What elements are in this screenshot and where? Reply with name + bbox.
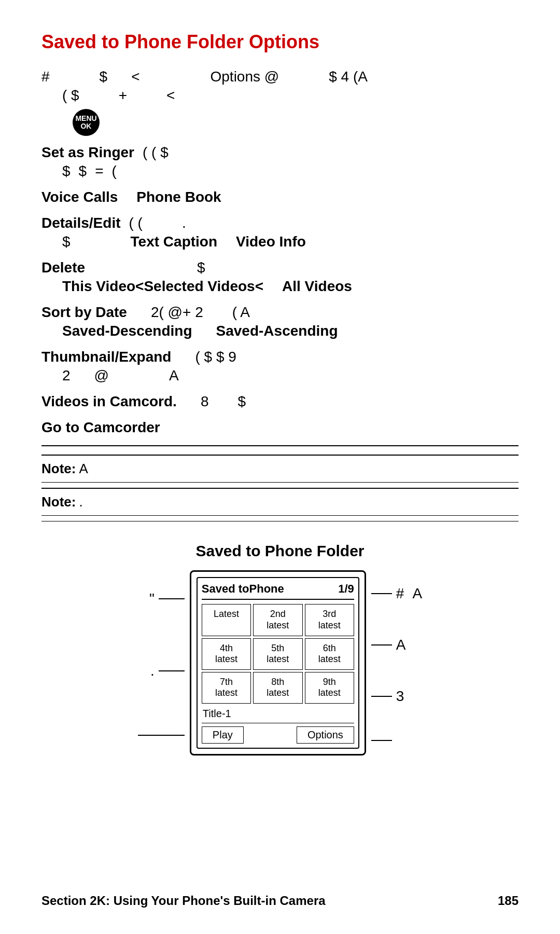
option-thumbnail: Thumbnail/Expand ( $ $ 9 2 @ A [41,349,519,384]
screen-title-bar: Title-1 [202,708,354,720]
ringer-eq: = [95,163,103,180]
thumbnail-line1: ( $ $ 9 [195,349,236,365]
header-dollar4a: $ 4 (A [329,68,368,85]
header-row-1: # $ < Options @ $ 4 (A [41,68,519,85]
divider-1 [41,445,519,446]
menu-ok-area: MENUOK [73,108,519,136]
sort-line1: 2( @+ 2 [151,304,203,321]
diagram-section: Saved to Phone Folder " . [41,542,519,756]
play-button[interactable]: Play [202,726,244,744]
left-label-bottom [138,735,185,736]
sort-subline: Saved-Descending Saved-Ascending [62,323,519,339]
right-label-mid: A [371,637,406,653]
header2-col3: < [166,87,175,104]
right-bot-3: 3 [396,688,404,705]
footer-section: Section 2K: Using Your Phone's Built-in … [41,894,326,908]
option-set-as-ringer: Set as Ringer ( ( $ $ $ = ( [41,144,519,180]
thumbnail-a: A [169,367,179,384]
left-label-dot: . [150,663,185,679]
footer-page-number: 185 [498,894,519,908]
option-label-camcord: Videos in Camcord. [41,393,177,410]
grid-cell-5th: 5thlatest [253,638,302,670]
delete-dollar: $ [197,259,205,276]
header-row-2: ( $ + < [41,87,519,104]
left-dot-text: . [150,663,155,679]
option-label-thumbnail: Thumbnail/Expand [41,349,171,365]
screen-buttons: Play Options [202,723,354,744]
thumbnail-line2: 2 @ A [62,367,519,384]
grid-cell-4th: 4thlatest [202,638,251,670]
option-voice-calls: Voice Calls Phone Book [41,189,519,205]
details-dollar: $ [62,233,71,250]
sort-ascending: Saved-Ascending [216,323,338,339]
option-label-go-camcorder: Go to Camcorder [41,419,160,436]
screen-header-left: Saved toPhone [202,582,284,596]
option-delete: Delete $ This Video<Selected Videos< All… [41,259,519,295]
page-title: Saved to Phone Folder Options [41,31,519,53]
note-1: Note: A [41,455,519,483]
header-dollar: $ [100,68,108,85]
options-button[interactable]: Options [297,726,354,744]
details-videoinfo: Video Info [236,233,306,250]
camcord-dollar: $ [237,393,246,410]
note1-label: Note: [41,461,76,477]
ringer-dollar1: $ [62,163,71,180]
right-hash: # [396,585,404,602]
delete-thisvideo: This Video<Selected Videos< [62,278,263,295]
details-line1: ( ( [129,215,142,231]
details-textcaption: Text Caption [131,233,217,250]
sort-descending: Saved-Descending [62,323,192,339]
option-label-voice: Voice Calls [41,189,118,205]
header-options: Options @ [211,68,279,85]
page-footer: Section 2K: Using Your Phone's Built-in … [41,894,519,908]
grid-cell-9th: 9thlatest [305,672,354,704]
thumbnail-at: @ [94,367,109,384]
diagram-wrapper: " . Saved toPhone 1/9 [41,570,519,756]
menu-ok-button[interactable]: MENUOK [73,109,100,136]
header-lt: < [131,68,139,85]
right-label-bot: 3 [371,688,404,705]
diagram-title: Saved to Phone Folder [195,542,364,560]
left-label-quote: " [149,590,185,607]
ringer-line2: $ $ = ( [62,163,519,180]
grid-cell-7th: 7thlatest [202,672,251,704]
ringer-paren: ( [112,163,117,180]
note-2: Note: . [41,488,519,516]
video-grid: Latest 2ndlatest 3rdlatest 4thlatest 5th… [202,604,354,704]
note2-label: Note: [41,494,76,510]
option-label-delete: Delete [41,259,85,276]
screen-header-right: 1/9 [338,582,354,596]
right-mid-a: A [396,637,406,653]
grid-cell-8th: 8thlatest [253,672,302,704]
option-label-details: Details/Edit [41,215,120,231]
grid-cell-latest: Latest [202,604,251,636]
right-label-top: # A [371,585,422,602]
details-line2: $ Text Caption Video Info [62,233,519,250]
screen-header: Saved toPhone 1/9 [202,582,354,600]
camcord-line1: 8 [201,393,209,410]
delete-subline: This Video<Selected Videos< All Videos [62,278,519,295]
option-details-edit: Details/Edit ( ( . $ Text Caption Video … [41,215,519,250]
option-videos-camcord: Videos in Camcord. 8 $ [41,393,519,410]
grid-cell-2nd: 2ndlatest [253,604,302,636]
phone-screen: Saved toPhone 1/9 Latest 2ndlatest 3rdla… [190,570,366,756]
header2-col1: ( $ [62,87,79,104]
delete-allvideos: All Videos [282,278,352,295]
page-container: Saved to Phone Folder Options # $ < Opti… [0,0,560,797]
note2-text: . [79,494,82,510]
divider-2 [41,521,519,521]
grid-cell-3rd: 3rdlatest [305,604,354,636]
right-label-bottom-line [371,740,396,741]
ringer-line1: ( ( $ [143,144,169,161]
option-label-sort: Sort by Date [41,304,127,321]
right-top-a: A [412,585,422,602]
option-phonebook: Phone Book [136,189,221,205]
option-go-camcorder: Go to Camcorder [41,419,519,436]
header2-col2: + [119,87,127,104]
details-dot: . [182,215,186,231]
option-sort-by-date: Sort by Date 2( @+ 2 ( A Saved-Descendin… [41,304,519,339]
ringer-dollar2: $ [79,163,87,180]
thumbnail-2: 2 [62,367,71,384]
note1-text: A [79,461,88,477]
left-quote-text: " [149,590,155,607]
